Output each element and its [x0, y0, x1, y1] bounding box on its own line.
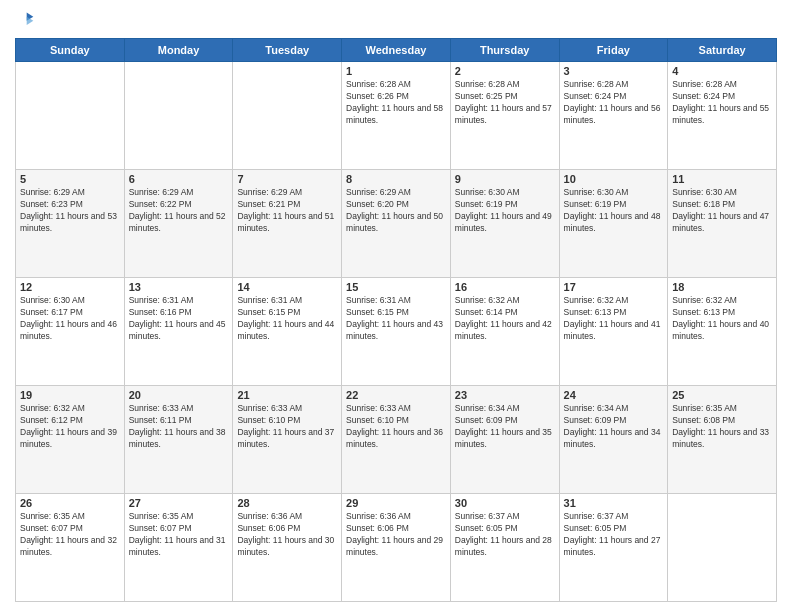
calendar-cell: 6Sunrise: 6:29 AMSunset: 6:22 PMDaylight… [124, 170, 233, 278]
calendar-cell: 16Sunrise: 6:32 AMSunset: 6:14 PMDayligh… [450, 278, 559, 386]
day-number: 2 [455, 65, 555, 77]
cell-info: Sunrise: 6:34 AMSunset: 6:09 PMDaylight:… [564, 403, 664, 451]
cell-info: Sunrise: 6:29 AMSunset: 6:21 PMDaylight:… [237, 187, 337, 235]
calendar-cell: 13Sunrise: 6:31 AMSunset: 6:16 PMDayligh… [124, 278, 233, 386]
calendar-cell: 21Sunrise: 6:33 AMSunset: 6:10 PMDayligh… [233, 386, 342, 494]
day-number: 21 [237, 389, 337, 401]
day-number: 15 [346, 281, 446, 293]
cell-info: Sunrise: 6:33 AMSunset: 6:11 PMDaylight:… [129, 403, 229, 451]
cell-info: Sunrise: 6:32 AMSunset: 6:13 PMDaylight:… [672, 295, 772, 343]
calendar-cell: 31Sunrise: 6:37 AMSunset: 6:05 PMDayligh… [559, 494, 668, 602]
cell-info: Sunrise: 6:30 AMSunset: 6:19 PMDaylight:… [455, 187, 555, 235]
cell-info: Sunrise: 6:33 AMSunset: 6:10 PMDaylight:… [237, 403, 337, 451]
calendar-cell: 22Sunrise: 6:33 AMSunset: 6:10 PMDayligh… [342, 386, 451, 494]
day-number: 11 [672, 173, 772, 185]
cell-info: Sunrise: 6:31 AMSunset: 6:15 PMDaylight:… [346, 295, 446, 343]
cell-info: Sunrise: 6:37 AMSunset: 6:05 PMDaylight:… [455, 511, 555, 559]
day-number: 16 [455, 281, 555, 293]
day-number: 25 [672, 389, 772, 401]
calendar-cell: 10Sunrise: 6:30 AMSunset: 6:19 PMDayligh… [559, 170, 668, 278]
cell-info: Sunrise: 6:28 AMSunset: 6:24 PMDaylight:… [672, 79, 772, 127]
day-number: 28 [237, 497, 337, 509]
calendar-cell: 19Sunrise: 6:32 AMSunset: 6:12 PMDayligh… [16, 386, 125, 494]
calendar-header: SundayMondayTuesdayWednesdayThursdayFrid… [16, 39, 777, 62]
calendar-cell [124, 62, 233, 170]
cell-info: Sunrise: 6:28 AMSunset: 6:24 PMDaylight:… [564, 79, 664, 127]
header [15, 10, 777, 30]
calendar-cell: 23Sunrise: 6:34 AMSunset: 6:09 PMDayligh… [450, 386, 559, 494]
day-number: 6 [129, 173, 229, 185]
day-number: 23 [455, 389, 555, 401]
calendar-cell: 20Sunrise: 6:33 AMSunset: 6:11 PMDayligh… [124, 386, 233, 494]
week-row-2: 5Sunrise: 6:29 AMSunset: 6:23 PMDaylight… [16, 170, 777, 278]
calendar-cell: 18Sunrise: 6:32 AMSunset: 6:13 PMDayligh… [668, 278, 777, 386]
calendar-cell [668, 494, 777, 602]
day-number: 14 [237, 281, 337, 293]
cell-info: Sunrise: 6:33 AMSunset: 6:10 PMDaylight:… [346, 403, 446, 451]
day-number: 8 [346, 173, 446, 185]
week-row-4: 19Sunrise: 6:32 AMSunset: 6:12 PMDayligh… [16, 386, 777, 494]
calendar-cell: 26Sunrise: 6:35 AMSunset: 6:07 PMDayligh… [16, 494, 125, 602]
day-number: 22 [346, 389, 446, 401]
day-number: 30 [455, 497, 555, 509]
day-number: 31 [564, 497, 664, 509]
day-number: 1 [346, 65, 446, 77]
cell-info: Sunrise: 6:35 AMSunset: 6:07 PMDaylight:… [129, 511, 229, 559]
day-header-friday: Friday [559, 39, 668, 62]
cell-info: Sunrise: 6:36 AMSunset: 6:06 PMDaylight:… [237, 511, 337, 559]
calendar-cell: 7Sunrise: 6:29 AMSunset: 6:21 PMDaylight… [233, 170, 342, 278]
calendar-cell: 17Sunrise: 6:32 AMSunset: 6:13 PMDayligh… [559, 278, 668, 386]
calendar-cell: 29Sunrise: 6:36 AMSunset: 6:06 PMDayligh… [342, 494, 451, 602]
cell-info: Sunrise: 6:36 AMSunset: 6:06 PMDaylight:… [346, 511, 446, 559]
cell-info: Sunrise: 6:29 AMSunset: 6:23 PMDaylight:… [20, 187, 120, 235]
cell-info: Sunrise: 6:35 AMSunset: 6:08 PMDaylight:… [672, 403, 772, 451]
calendar-cell: 11Sunrise: 6:30 AMSunset: 6:18 PMDayligh… [668, 170, 777, 278]
day-number: 3 [564, 65, 664, 77]
day-number: 7 [237, 173, 337, 185]
calendar-cell: 9Sunrise: 6:30 AMSunset: 6:19 PMDaylight… [450, 170, 559, 278]
calendar-cell: 27Sunrise: 6:35 AMSunset: 6:07 PMDayligh… [124, 494, 233, 602]
day-number: 20 [129, 389, 229, 401]
cell-info: Sunrise: 6:37 AMSunset: 6:05 PMDaylight:… [564, 511, 664, 559]
calendar-cell: 8Sunrise: 6:29 AMSunset: 6:20 PMDaylight… [342, 170, 451, 278]
day-number: 26 [20, 497, 120, 509]
cell-info: Sunrise: 6:30 AMSunset: 6:18 PMDaylight:… [672, 187, 772, 235]
calendar-cell: 14Sunrise: 6:31 AMSunset: 6:15 PMDayligh… [233, 278, 342, 386]
calendar-cell: 28Sunrise: 6:36 AMSunset: 6:06 PMDayligh… [233, 494, 342, 602]
cell-info: Sunrise: 6:29 AMSunset: 6:20 PMDaylight:… [346, 187, 446, 235]
day-number: 29 [346, 497, 446, 509]
calendar-cell [16, 62, 125, 170]
logo-icon [15, 10, 35, 30]
day-header-saturday: Saturday [668, 39, 777, 62]
header-row: SundayMondayTuesdayWednesdayThursdayFrid… [16, 39, 777, 62]
day-number: 24 [564, 389, 664, 401]
page: SundayMondayTuesdayWednesdayThursdayFrid… [0, 0, 792, 612]
cell-info: Sunrise: 6:31 AMSunset: 6:16 PMDaylight:… [129, 295, 229, 343]
cell-info: Sunrise: 6:31 AMSunset: 6:15 PMDaylight:… [237, 295, 337, 343]
week-row-5: 26Sunrise: 6:35 AMSunset: 6:07 PMDayligh… [16, 494, 777, 602]
day-number: 10 [564, 173, 664, 185]
cell-info: Sunrise: 6:29 AMSunset: 6:22 PMDaylight:… [129, 187, 229, 235]
week-row-3: 12Sunrise: 6:30 AMSunset: 6:17 PMDayligh… [16, 278, 777, 386]
calendar-cell [233, 62, 342, 170]
day-header-sunday: Sunday [16, 39, 125, 62]
cell-info: Sunrise: 6:35 AMSunset: 6:07 PMDaylight:… [20, 511, 120, 559]
cell-info: Sunrise: 6:28 AMSunset: 6:26 PMDaylight:… [346, 79, 446, 127]
calendar-table: SundayMondayTuesdayWednesdayThursdayFrid… [15, 38, 777, 602]
day-header-thursday: Thursday [450, 39, 559, 62]
day-number: 17 [564, 281, 664, 293]
calendar-cell: 2Sunrise: 6:28 AMSunset: 6:25 PMDaylight… [450, 62, 559, 170]
calendar-cell: 12Sunrise: 6:30 AMSunset: 6:17 PMDayligh… [16, 278, 125, 386]
day-header-wednesday: Wednesday [342, 39, 451, 62]
cell-info: Sunrise: 6:28 AMSunset: 6:25 PMDaylight:… [455, 79, 555, 127]
calendar-cell: 15Sunrise: 6:31 AMSunset: 6:15 PMDayligh… [342, 278, 451, 386]
day-number: 9 [455, 173, 555, 185]
week-row-1: 1Sunrise: 6:28 AMSunset: 6:26 PMDaylight… [16, 62, 777, 170]
cell-info: Sunrise: 6:34 AMSunset: 6:09 PMDaylight:… [455, 403, 555, 451]
calendar-body: 1Sunrise: 6:28 AMSunset: 6:26 PMDaylight… [16, 62, 777, 602]
calendar-cell: 3Sunrise: 6:28 AMSunset: 6:24 PMDaylight… [559, 62, 668, 170]
calendar-cell: 25Sunrise: 6:35 AMSunset: 6:08 PMDayligh… [668, 386, 777, 494]
day-number: 19 [20, 389, 120, 401]
logo [15, 10, 38, 30]
day-number: 18 [672, 281, 772, 293]
